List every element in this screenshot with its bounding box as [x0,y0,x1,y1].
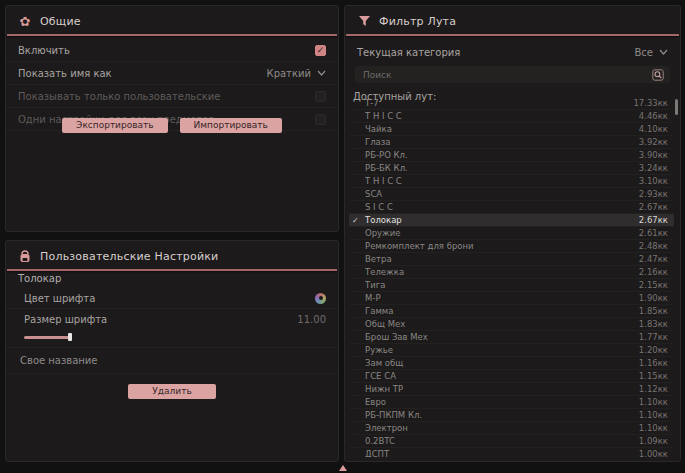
slider-thumb[interactable] [68,333,72,341]
mod-settings-page: ✿ Общие Включить✓Показать имя какКраткий… [0,0,685,473]
loot-item-name: Чайка [365,124,639,134]
funnel-icon [357,14,371,28]
search-icon[interactable] [652,69,664,81]
category-value: Все [634,47,653,58]
loot-item-price: 1.15кк [639,371,668,381]
category-row: Текущая категория Все [345,42,680,62]
display-name-as-select[interactable]: Краткий [267,68,326,79]
loot-item-price: 3.90кк [639,150,668,160]
scrollbar-thumb[interactable] [675,99,678,115]
loot-item-price: 1.77кк [639,332,668,342]
loot-item-price: 1.12кк [639,384,668,394]
collapse-handle-icon[interactable] [339,465,347,471]
user-settings-panel: Пользовательские Настройки Толокар Цвет … [5,240,339,462]
loot-item-price: 4.46кк [639,111,668,121]
loot-item-row[interactable]: Электрон1.10кк [349,422,674,435]
loot-item-row[interactable]: Гамма1.85кк [349,305,674,318]
font-color-row: Цвет шрифта [6,288,338,309]
loot-item-row[interactable]: Зам общ1.16кк [349,357,674,370]
loot-item-row[interactable]: T H I C C4.46кк [349,110,674,123]
display-name-as-row: Показать имя какКраткий [6,62,338,85]
export-import-row: Экспортировать Импортировать [6,118,338,133]
loot-item-row[interactable]: Чайка4.10кк [349,123,674,136]
export-button[interactable]: Экспортировать [62,118,167,133]
font-size-slider[interactable] [24,333,324,341]
loot-item-row[interactable]: Глаза3.92кк [349,136,674,149]
loot-item-row[interactable]: S I C C2.67кк [349,201,674,214]
category-select[interactable]: Все [634,47,668,58]
import-button[interactable]: Импортировать [180,118,282,133]
font-size-value: 11.00 [297,314,326,325]
loot-list: Т-717.33ккT H I C C4.46ккЧайка4.10ккГлаз… [349,97,674,457]
loot-item-row[interactable]: ГСЕ СА1.15кк [349,370,674,383]
loot-item-row[interactable]: ✓Толокар2.67кк [349,214,674,227]
loot-item-row[interactable]: SCA2.93кк [349,188,674,201]
loot-item-price: 1.10кк [639,423,668,433]
loot-item-name: Т-7 [365,98,633,108]
loot-filter-panel: Фильтр Лута Текущая категория Все Доступ… [344,5,681,462]
loot-item-row[interactable]: Ремкомплект для брони2.48кк [349,240,674,253]
custom-name-input[interactable] [18,354,326,367]
loot-item-price: 1.83кк [639,319,668,329]
loot-filter-title: Фильтр Лута [379,15,456,28]
loot-item-price: 1.16кк [639,358,668,368]
loot-item-name: М-Р [365,293,639,303]
check-icon: ✓ [352,214,359,227]
loot-item-row[interactable]: РБ-БК Кл.3.24кк [349,162,674,175]
loot-item-price: 3.10кк [639,176,668,186]
user-settings-body: Толокар Цвет шрифта Размер шрифта 11.00 … [6,267,338,399]
loot-item-name: Ружье [365,345,639,355]
loot-item-name: РБ-РО Кл. [365,150,639,160]
loot-item-row[interactable]: Евро1.10кк [349,396,674,409]
loot-item-name: Ветра [365,254,639,264]
loot-item-row[interactable]: РБ-РО Кл.3.90кк [349,149,674,162]
loot-item-row[interactable]: Тележка2.16кк [349,266,674,279]
loot-item-row[interactable]: 0.2BTC1.09кк [349,435,674,448]
loot-item-row[interactable]: Ружье1.20кк [349,344,674,357]
only-custom-row: Показывать только пользовательские [6,85,338,108]
enable-checkbox[interactable]: ✓ [315,45,326,56]
loot-item-row[interactable]: Брош Зав Мех1.77кк [349,331,674,344]
loot-item-price: 1.10кк [639,410,668,420]
loot-item-name: Нижн ТР [365,384,639,394]
loot-item-row[interactable]: РБ-ПКПМ Кл.1.10кк [349,409,674,422]
delete-row: Удалить [6,384,338,399]
selected-item-name: Толокар [6,267,338,288]
loot-item-name: Тележка [365,267,639,277]
loot-item-row[interactable]: Тига2.15кк [349,279,674,292]
loot-item-name: Оружие [365,228,639,238]
loot-item-price: 1.10кк [639,397,668,407]
enable-row: Включить✓ [6,39,338,62]
loot-item-name: Глаза [365,137,639,147]
loot-item-price: 1.00кк [639,449,668,457]
loot-item-name: Электрон [365,423,639,433]
loot-item-row[interactable]: Ветра2.47кк [349,253,674,266]
loot-item-price: 2.67кк [639,202,668,212]
font-size-label: Размер шрифта [24,314,107,325]
loot-item-price: 1.09кк [639,436,668,446]
loot-item-price: 3.24кк [639,163,668,173]
loot-item-name: Гамма [365,306,639,316]
loot-item-row[interactable]: Оружие2.61кк [349,227,674,240]
search-input[interactable] [361,69,625,81]
loot-item-row[interactable]: Общ Мех1.83кк [349,318,674,331]
loot-item-row[interactable]: Т-717.33кк [349,97,674,110]
loot-item-price: 2.48кк [639,241,668,251]
color-picker-icon[interactable] [315,293,326,304]
loot-item-name: Толокар [365,215,633,225]
user-settings-header: Пользовательские Настройки [6,241,338,269]
display-name-as-value: Краткий [267,68,311,79]
loot-item-price: 2.67кк [639,215,668,225]
loot-item-row[interactable]: М-Р1.90кк [349,292,674,305]
general-panel: ✿ Общие Включить✓Показать имя какКраткий… [5,5,339,232]
loot-item-name: Общ Мех [365,319,639,329]
loot-item-row[interactable]: T H I C C3.10кк [349,175,674,188]
delete-button[interactable]: Удалить [128,384,215,399]
header-divider [346,34,679,36]
loot-item-price: 1.85кк [639,306,668,316]
loot-item-price: 2.15кк [639,280,668,290]
loot-item-row[interactable]: Нижн ТР1.12кк [349,383,674,396]
chevron-down-icon [659,49,668,55]
loot-item-row[interactable]: ДСПТ1.00кк [349,448,674,457]
only-custom-checkbox[interactable] [315,91,326,102]
